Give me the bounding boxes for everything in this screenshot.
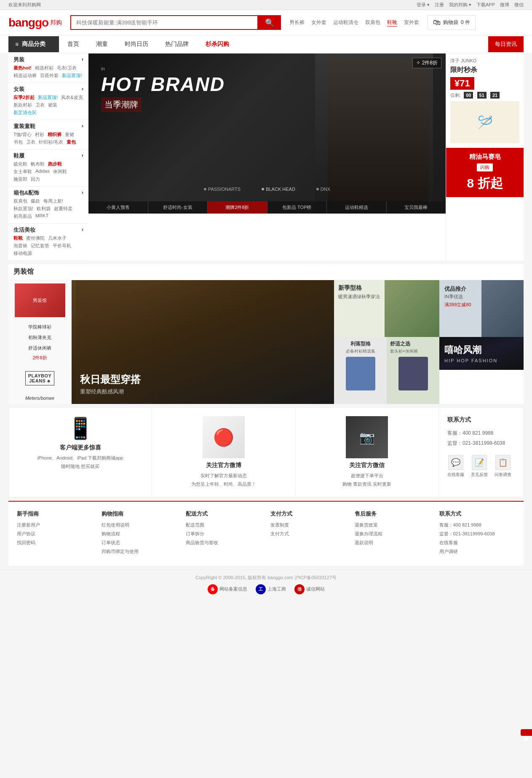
topbar-app[interactable]: 下载APP [476, 2, 495, 8]
topbar-myaccount[interactable]: 我的邦购 ▾ [449, 2, 471, 8]
cat-link[interactable]: 跑步鞋 [48, 161, 62, 167]
brand-blackhead[interactable]: BLACK HEAD [262, 187, 295, 192]
header-link-1[interactable]: 男长裤 [289, 19, 305, 27]
nav-trend[interactable]: 潮童 [88, 35, 116, 53]
banner-tab-3[interactable]: 潮牌2件8折 [208, 201, 267, 214]
banner-tab-1[interactable]: 小黄人预售 [88, 201, 148, 214]
cat-link[interactable]: 爆款 [31, 198, 40, 204]
cat-link[interactable]: 女士单鞋 [13, 168, 32, 175]
contact-action-1[interactable]: 💬 在线客服 [447, 455, 464, 478]
brand-nav-discount[interactable]: 2件8折 [32, 355, 47, 361]
cat-link[interactable]: 村衫 [35, 131, 44, 138]
footer-item[interactable]: 红包使用说明 [102, 522, 178, 528]
cat-link[interactable]: 平价耳机 [53, 243, 71, 249]
cat-link[interactable]: 百搭外套 [40, 72, 59, 79]
cat-kids-title[interactable]: 童装童鞋 › [13, 123, 83, 130]
cat-link[interactable]: 卫衣 [26, 139, 35, 145]
footer-item[interactable]: 发票制度 [270, 522, 347, 528]
cat-link[interactable]: Adidas [35, 168, 50, 175]
nav-calendar[interactable]: 时尚日历 [116, 35, 157, 53]
cat-link[interactable]: 施亚郎 [13, 176, 27, 182]
brand-nav-baseball[interactable]: 学院棒球衫 [28, 323, 51, 331]
hip-hop-card[interactable]: 嘻哈风潮 HIP HOP FASHION [439, 337, 524, 370]
mens-promo-thumb[interactable]: 男装馆 [15, 283, 65, 317]
badge-chengxin[interactable]: 信 诚信网站 [294, 584, 325, 594]
footer-item[interactable]: 购物流程 [102, 531, 178, 537]
cat-link[interactable]: 卫衣 [35, 102, 45, 108]
cat-beauty-title[interactable]: 生活美妆 › [13, 226, 83, 234]
brand-passionarts[interactable]: PASSIONARTS [204, 187, 241, 192]
topbar-login[interactable]: 登录 ▾ [417, 2, 430, 8]
cat-link[interactable]: 童裙 [65, 131, 74, 138]
daily-news[interactable]: 每日资讯 [488, 36, 524, 52]
header-link-5[interactable]: 鞋靴 [387, 19, 397, 27]
cat-link[interactable]: 每周上新! [43, 198, 63, 204]
cat-link[interactable]: 应季2折起 [13, 94, 35, 101]
cat-link[interactable]: 精选村衫 [35, 65, 53, 71]
header-link-4[interactable]: 双肩包 [365, 19, 380, 27]
cat-women-title[interactable]: 女装 › [13, 86, 83, 93]
cat-link[interactable]: 欧利袋 [37, 206, 51, 212]
banner-tab-2[interactable]: 舒适时尚-女装 [148, 201, 208, 214]
topbar-register[interactable]: 注册 [435, 2, 444, 8]
brand-dnx[interactable]: DNX [316, 187, 330, 192]
brand-nav-jacket[interactable]: 初秋薄夹克 [28, 334, 51, 342]
cat-link[interactable]: 移动电源 [13, 250, 32, 257]
cat-link[interactable]: 超重特卖 [54, 206, 72, 212]
topbar-weixin[interactable]: 微信 [514, 2, 524, 8]
cat-link[interactable]: 几米水子 [48, 235, 67, 241]
cat-link[interactable]: MRKT [35, 213, 48, 219]
cat-link[interactable]: 新品置顶! [38, 94, 58, 101]
header-link-6[interactable]: 室外套 [404, 19, 419, 27]
soap-badge[interactable]: 闪购 [477, 163, 493, 171]
search-input[interactable] [70, 15, 258, 30]
cat-link[interactable]: 泡普袜 [13, 243, 27, 249]
footer-item[interactable]: 退换货政策 [355, 522, 431, 528]
contact-action-2[interactable]: 📝 意见反馈 [471, 455, 488, 478]
cat-link[interactable]: 毛衣/卫衣 [57, 65, 77, 71]
banner-tab-4[interactable]: 包新品 TOP榜 [267, 201, 327, 214]
footer-item[interactable]: 退款说明 [355, 540, 431, 546]
brand-nav-pants[interactable]: 舒适休闲裤 [28, 344, 51, 352]
footer-item[interactable]: 订单状态 [102, 540, 178, 546]
cat-link[interactable]: 秋款置顶! [13, 206, 33, 212]
cat-men-title[interactable]: 男装 › [13, 56, 83, 64]
cat-link[interactable]: 硫化鞋 [13, 161, 27, 167]
cat-link[interactable]: 休闲鞋 [53, 168, 67, 175]
footer-item[interactable]: 在线客服 [439, 540, 516, 546]
cat-bags-title[interactable]: 箱包&配饰 › [13, 189, 83, 197]
nav-brands[interactable]: 热门品牌 [157, 35, 197, 53]
footer-item[interactable]: 客服：400 821 9988 [439, 522, 516, 528]
cat-link[interactable]: 新品置顶! [62, 72, 82, 79]
cat-link[interactable]: 书包 [13, 139, 23, 145]
cat-link[interactable]: 新芷清仓区 [13, 110, 37, 116]
cat-link[interactable]: 帆布鞋 [31, 161, 45, 167]
mens-casual-card[interactable]: 舒适之选 套头衫+休闲裤 [387, 337, 439, 404]
cat-link[interactable]: 记忆套垫 [31, 243, 49, 249]
header-link-3[interactable]: 运动鞋清仓 [333, 19, 358, 27]
cat-link[interactable]: 精选运动裤 [13, 72, 37, 79]
footer-item[interactable]: 邦购币绑定与使用 [102, 548, 178, 555]
footer-item[interactable]: 用户调研 [439, 548, 516, 555]
cat-link[interactable]: 初亮新品 [13, 213, 32, 219]
footer-item[interactable]: 用户协议 [17, 531, 93, 537]
cat-link[interactable]: 双肩包 [13, 198, 27, 204]
cat-link[interactable]: 鞋靴 [13, 235, 23, 241]
footer-item[interactable]: 配送范围 [186, 522, 262, 528]
categories-button[interactable]: ≡ 商品分类 [8, 36, 59, 52]
cat-link[interactable]: 精织裤 [48, 131, 61, 138]
contact-action-3[interactable]: 📋 问卷调查 [495, 455, 511, 478]
nav-home[interactable]: 首页 [59, 35, 88, 53]
logo[interactable]: banggo 邦购 [8, 16, 62, 29]
footer-item[interactable]: 订单拆分 [186, 531, 262, 537]
playboy-logo[interactable]: PLAYBOYJEANS ♣ [25, 371, 55, 385]
banner-tab-5[interactable]: 运动鞋精选 [327, 201, 387, 214]
cat-link[interactable]: 针织衫/毛衣 [39, 139, 63, 145]
footer-item[interactable]: 注册新用户 [17, 522, 93, 528]
cat-link[interactable]: 回力 [31, 176, 40, 182]
cat-link[interactable]: 风衣&皮克 [61, 94, 83, 101]
cat-link[interactable]: 童包 [67, 139, 76, 145]
mens-sub-top[interactable]: 新季型格 暖男潇洒绿秋季穿法 [334, 280, 439, 337]
footer-item[interactable]: 商品验货与签收 [186, 540, 262, 546]
mens-shirt-card[interactable]: 利落型格 必备村衫精选集 [334, 337, 387, 404]
